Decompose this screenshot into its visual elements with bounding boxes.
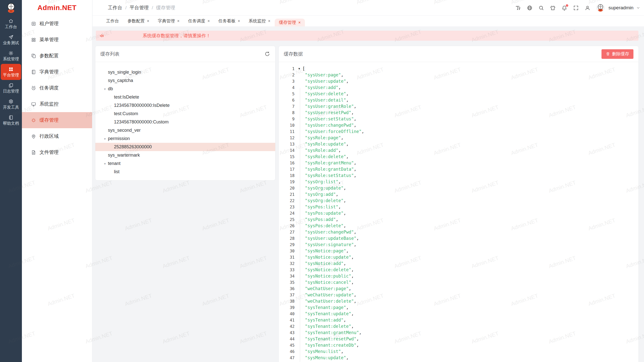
code-line: 40"sysTenant:update", — [279, 311, 638, 317]
code-line: 20"sysOrg:update", — [279, 185, 638, 191]
tab-close-icon[interactable]: × — [208, 19, 210, 23]
language-icon[interactable] — [527, 5, 533, 11]
json-string-value: "sysUser:update" — [305, 79, 346, 84]
caret-down-icon[interactable]: ▾ — [102, 137, 108, 141]
sidebar-item-菜单管理[interactable]: 菜单管理 — [22, 32, 92, 48]
tree-node-123456780000000:Custom[interactable]: 123456780000000:Custom — [95, 118, 275, 126]
rail-item-开发工具[interactable]: 开发工具 — [0, 96, 22, 112]
collapse-caret-icon[interactable]: ▼ — [298, 66, 301, 72]
sidebar-item-任务调度[interactable]: 任务调度 — [22, 80, 92, 96]
code-line-content: "sysRole:page", — [305, 135, 344, 141]
tab-close-icon[interactable]: × — [268, 19, 270, 23]
delete-cache-button[interactable]: 删除缓存 — [601, 49, 633, 59]
json-string-value: "sysNotice:cancel" — [305, 280, 351, 285]
caret-down-icon[interactable]: ▾ — [102, 87, 108, 91]
code-line: 32"sysNotice:add", — [279, 260, 638, 267]
sidebar-item-缓存管理[interactable]: 缓存管理 — [22, 112, 92, 128]
tree-node-label: sys_second_ver — [108, 128, 141, 133]
notebook-icon — [31, 69, 36, 75]
tree-node-test:Custom[interactable]: test:Custom — [95, 110, 275, 118]
breadcrumb-item[interactable]: 平台管理 — [130, 5, 149, 11]
json-string-value: "sysUser:delete" — [305, 91, 346, 96]
sidebar-item-字典管理[interactable]: 字典管理 — [22, 64, 92, 80]
rail-item-工作台[interactable]: 工作台 — [0, 16, 22, 32]
tree-node-sys_captcha[interactable]: sys_captcha — [95, 76, 275, 85]
avatar[interactable] — [596, 4, 605, 12]
tab-任务看板[interactable]: 任务看板× — [214, 16, 244, 26]
tree-node-252885263000000[interactable]: 252885263000000 — [95, 143, 275, 151]
code-line-content: "sysNotice:public", — [305, 273, 354, 279]
rail-item-帮助文档[interactable]: 帮助文档 — [0, 112, 22, 128]
sidebar-item-系统监控[interactable]: 系统监控 — [22, 96, 92, 112]
comma: , — [344, 318, 346, 323]
tab-参数配置[interactable]: 参数配置× — [123, 16, 153, 26]
line-number: 35 — [279, 279, 295, 286]
user-icon[interactable] — [585, 5, 590, 11]
speaker-icon — [99, 33, 105, 38]
tree-node-permission[interactable]: ▾permission — [95, 134, 275, 143]
rail-item-业务测试[interactable]: 业务测试 — [0, 32, 22, 48]
line-number: 20 — [279, 185, 295, 191]
refresh-icon[interactable] — [264, 51, 270, 57]
line-number: 15 — [279, 154, 295, 160]
comma: , — [346, 305, 349, 310]
comma: , — [349, 286, 351, 291]
tab-缓存管理[interactable]: 缓存管理× — [275, 19, 305, 26]
cache-data-card: 缓存数据 删除缓存 1▼[2"sysUser:page",3"sysUser:u… — [278, 46, 639, 362]
code-line: 1▼[ — [279, 66, 638, 72]
code-line: 5"sysUser:delete", — [279, 91, 638, 97]
fullscreen-icon[interactable] — [573, 5, 579, 11]
tab-字典管理[interactable]: 字典管理× — [153, 16, 184, 26]
cache-data-title: 缓存数据 — [284, 51, 303, 57]
tab-close-icon[interactable]: × — [298, 21, 301, 25]
username[interactable]: superadmin — [609, 5, 633, 11]
tree-node-tenant[interactable]: ▾tenant — [95, 159, 275, 168]
tree-node-sys_wartermark[interactable]: sys_wartermark — [95, 151, 275, 159]
tab-任务调度[interactable]: 任务调度× — [184, 16, 214, 26]
breadcrumb-item[interactable]: 工作台 — [108, 5, 122, 11]
font-size-icon[interactable] — [515, 5, 521, 11]
line-number: 40 — [279, 311, 295, 317]
app-logo-avatar[interactable] — [0, 0, 22, 16]
send-icon — [8, 34, 14, 40]
breadcrumb: 工作台 / 平台管理 / 缓存管理 — [108, 5, 175, 11]
search-icon[interactable] — [538, 5, 544, 11]
json-string-value: "sysTenant:grantMenu" — [305, 330, 359, 335]
tab-label: 任务看板 — [218, 18, 235, 24]
sidebar-item-行政区域[interactable]: 行政区域 — [22, 128, 92, 144]
tree-node-db[interactable]: ▾db — [95, 85, 275, 93]
tree-node-list[interactable]: list — [95, 168, 275, 176]
tab-close-icon[interactable]: × — [147, 19, 149, 23]
chevron-down-icon[interactable] — [636, 6, 640, 10]
line-number: 31 — [279, 254, 295, 260]
code-line: 31"sysNotice:update", — [279, 254, 638, 260]
tab-系统监控[interactable]: 系统监控× — [244, 16, 274, 26]
tree-node-sys_single_login[interactable]: sys_single_login — [95, 68, 275, 76]
sidebar-item-参数配置[interactable]: 参数配置 — [22, 48, 92, 64]
json-string-value: "sysUser:changePwd" — [305, 123, 354, 128]
comma: , — [356, 343, 359, 348]
comma: , — [344, 211, 346, 216]
rail-item-平台管理[interactable]: 平台管理 — [1, 64, 21, 80]
tab-close-icon[interactable]: × — [238, 19, 240, 23]
tab-工作台[interactable]: 工作台 — [102, 16, 123, 26]
caret-down-icon[interactable]: ▾ — [102, 162, 108, 166]
code-line: 21"sysOrg:add", — [279, 191, 638, 198]
tree-node-sys_second_ver[interactable]: sys_second_ver — [95, 126, 275, 134]
tree-node-test:IsDelete[interactable]: test:IsDelete — [95, 93, 275, 101]
notification-bell-icon[interactable] — [561, 5, 567, 11]
robot-logo-icon — [5, 2, 17, 14]
sidebar-item-文件管理[interactable]: 文件管理 — [22, 144, 92, 160]
line-number: 18 — [279, 172, 295, 179]
tree-node-123456780000000:IsDelete[interactable]: 123456780000000:IsDelete — [95, 101, 275, 110]
line-number: 14 — [279, 147, 295, 154]
line-number: 11 — [279, 128, 295, 135]
fold-sidebar-icon[interactable] — [98, 5, 104, 11]
line-number: 41 — [279, 317, 295, 323]
rail-item-日志管理[interactable]: 日志管理 — [0, 80, 22, 96]
rail-item-系统管理[interactable]: 系统管理 — [0, 48, 22, 64]
tab-close-icon[interactable]: × — [177, 19, 179, 23]
comma: , — [336, 192, 338, 197]
sidebar-item-租户管理[interactable]: 租户管理 — [22, 16, 92, 32]
theme-icon[interactable] — [550, 5, 556, 11]
